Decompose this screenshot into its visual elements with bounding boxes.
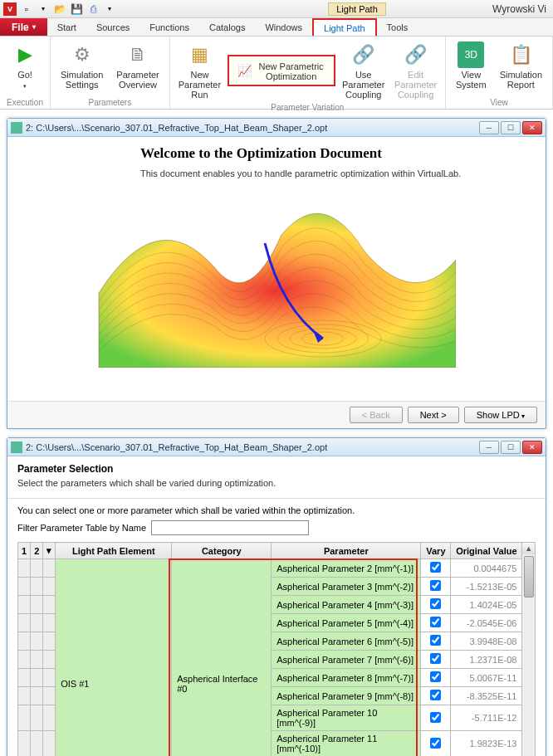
window-title: 2: C:\Users\...\Scenario_307.01_Refracti… [26,442,479,452]
col-1[interactable]: 1 [18,543,31,559]
tab-sources[interactable]: Sources [86,18,139,36]
vary-checkbox[interactable] [430,738,441,749]
ribbon-group-parameters: ⚙ Simulation Settings 🗎 Parameter Overvi… [51,37,170,109]
scroll-up-icon[interactable]: ▲ [522,543,535,554]
minimize-button[interactable]: ─ [479,121,499,134]
optimization-surface-plot [74,193,456,368]
save-all-icon[interactable]: ⎙ [86,2,100,16]
vary-checkbox[interactable] [430,617,441,627]
cell-vary[interactable] [421,559,451,578]
simulation-report-button[interactable]: 📋 Simulation Report [495,40,547,91]
show-lpd-button[interactable]: Show LPD [464,407,537,423]
app-title: Wyrowski Vi [492,3,546,15]
context-tab-lightpath: Light Path [328,2,386,16]
table-scrollbar[interactable]: ▲ ▼ [522,542,536,756]
next-button[interactable]: Next > [408,407,459,423]
view-system-button[interactable]: 3D View System [451,40,492,91]
cell-parameter: Aspherical Parameter 7 [mm^(-6)] [272,651,421,669]
cell-original-value: 0.0044675 [451,559,522,578]
cell-original-value: -1.5213E-05 [451,578,522,596]
col-expand[interactable]: ▾ [43,543,56,559]
menu-bar: File Start Sources Functions Catalogs Wi… [0,18,553,37]
simulation-settings-button[interactable]: ⚙ Simulation Settings [56,40,108,91]
vary-checkbox[interactable] [430,562,441,573]
play-icon: ▶ [12,41,38,68]
cell-vary[interactable] [421,705,451,731]
edit-parameter-coupling-button: 🔗 Edit Parameter Coupling [391,40,440,101]
qat-more-icon[interactable]: ▾ [103,2,116,16]
parameter-table-wrap: 1 2 ▾ Light Path Element Category Parame… [17,542,536,756]
cell-original-value: 1.2371E-08 [451,651,522,669]
cell-vary[interactable] [421,687,451,705]
tab-windows[interactable]: Windows [255,18,312,36]
cell-original-value: 1.4024E-05 [451,596,522,614]
col-parameter[interactable]: Parameter [272,543,421,559]
tab-lightpath[interactable]: Light Path [312,18,377,36]
cell-parameter: Aspherical Parameter 6 [mm^(-5)] [272,632,421,651]
document-icon: 🗎 [125,41,151,68]
wizard-button-row: < Back Next > Show LPD [7,401,546,428]
parameter-overview-button[interactable]: 🗎 Parameter Overview [111,40,164,91]
panel-heading: Parameter Selection [17,463,536,475]
save-icon[interactable]: 💾 [70,2,83,16]
dropdown-icon[interactable]: ▾ [37,2,50,16]
window-titlebar[interactable]: 2: C:\Users\...\Scenario_307.01_Refracti… [7,438,546,456]
go-button[interactable]: ▶ Go!▾ [5,40,45,91]
vary-checkbox[interactable] [430,635,441,646]
filter-label: Filter Parameter Table by Name [17,523,146,533]
cell-parameter: Aspherical Parameter 11 [mm^(-10)] [272,731,421,757]
filter-input[interactable] [151,520,309,535]
scroll-thumb[interactable] [524,556,534,597]
vary-checkbox[interactable] [430,671,441,682]
col-vary[interactable]: Vary [421,543,451,559]
new-parameter-run-button[interactable]: ▦ New Parameter Run [175,40,224,101]
new-parametric-optimization-button[interactable]: 📈 New Parametric Optimization [228,55,335,86]
open-icon[interactable]: 📂 [53,2,66,16]
tab-start[interactable]: Start [47,18,86,36]
coupling-icon: 🔗 [350,41,377,68]
vary-checkbox[interactable] [430,690,441,700]
cell-vary[interactable] [421,669,451,687]
use-parameter-coupling-button[interactable]: 🔗 Use Parameter Coupling [339,40,388,101]
vary-checkbox[interactable] [430,598,441,609]
vary-checkbox[interactable] [430,712,441,723]
close-button[interactable]: ✕ [522,441,542,454]
tab-functions[interactable]: Functions [139,18,199,36]
maximize-button[interactable]: ☐ [501,441,521,454]
report-icon: 📋 [507,41,534,68]
welcome-heading: Welcome to the Optimization Document [140,145,529,162]
vary-checkbox[interactable] [430,653,441,664]
cell-original-value: 5.0067E-11 [451,669,522,687]
table-row[interactable]: OIS #1Aspherical Interface #0Aspherical … [18,559,522,578]
cell-vary[interactable] [421,731,451,757]
cell-vary[interactable] [421,596,451,614]
window-titlebar[interactable]: 2: C:\Users\...\Scenario_307.01_Refracti… [7,119,546,137]
col-original-value[interactable]: Original Value [451,543,522,559]
cell-original-value: 1.9823E-13 [451,731,522,757]
window-icon [11,441,22,453]
tab-tools[interactable]: Tools [377,18,418,36]
ribbon-group-variation: ▦ New Parameter Run 📈 New Parametric Opt… [170,37,446,109]
cell-vary[interactable] [421,614,451,632]
cell-vary[interactable] [421,578,451,596]
cell-vary[interactable] [421,651,451,669]
welcome-description: This document enables you to handle para… [140,168,529,178]
minimize-button[interactable]: ─ [479,441,499,454]
cell-vary[interactable] [421,632,451,651]
col-lightpath-element[interactable]: Light Path Element [56,543,172,559]
col-2[interactable]: 2 [31,543,43,559]
new-doc-icon[interactable]: ▫ [20,2,33,16]
col-category[interactable]: Category [172,543,272,559]
tab-catalogs[interactable]: Catalogs [199,18,255,36]
maximize-button[interactable]: ☐ [501,121,521,134]
file-menu[interactable]: File [0,18,47,36]
window-title: 2: C:\Users\...\Scenario_307.01_Refracti… [26,123,479,133]
close-button[interactable]: ✕ [522,121,542,134]
cell-parameter: Aspherical Parameter 2 [mm^(-1)] [272,559,421,578]
cell-parameter: Aspherical Parameter 3 [mm^(-2)] [272,578,421,596]
cell-original-value: 3.9948E-08 [451,632,522,651]
ribbon-group-execution: ▶ Go!▾ Execution [0,37,51,109]
optimization-icon: 📈 [237,63,252,78]
vary-checkbox[interactable] [430,580,441,591]
panel-hint: You can select one or more parameter whi… [17,505,536,515]
